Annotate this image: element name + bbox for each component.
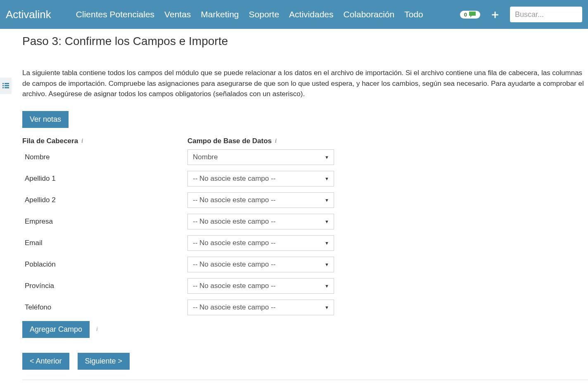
field-row: Email-- No asocie este campo --▼: [22, 235, 588, 251]
info-icon[interactable]: i: [96, 326, 98, 333]
select-wrap: -- No asocie este campo --▼: [187, 192, 334, 208]
search-input[interactable]: [510, 7, 582, 22]
nav-ventas[interactable]: Ventas: [164, 9, 191, 19]
field-label: Nombre: [22, 153, 187, 161]
select-wrap: -- No asocie este campo --▼: [187, 235, 334, 251]
select-wrap: -- No asocie este campo --▼: [187, 300, 334, 315]
intro-text: La siguiente tabla contiene todos los ca…: [22, 68, 588, 99]
info-icon[interactable]: i: [81, 138, 83, 144]
field-label: Apellido 2: [22, 196, 187, 204]
field-row: Apellido 2-- No asocie este campo --▼: [22, 192, 588, 208]
svg-rect-1: [5, 83, 9, 84]
nav-links: Clientes Potenciales Ventas Marketing So…: [76, 9, 460, 19]
field-label: Província: [22, 282, 187, 290]
chat-icon: [469, 12, 476, 17]
header-campo-bd-label: Campo de Base de Datos: [187, 137, 272, 145]
brand-logo[interactable]: Activalink: [6, 8, 51, 21]
svg-rect-4: [2, 87, 4, 88]
field-label: Empresa: [22, 217, 187, 226]
field-mapping-select[interactable]: -- No asocie este campo --: [187, 214, 334, 229]
siguiente-button[interactable]: Siguiente >: [78, 353, 130, 370]
svg-rect-0: [2, 83, 4, 84]
select-wrap: -- No asocie este campo --▼: [187, 214, 334, 229]
nav-marketing[interactable]: Marketing: [201, 9, 239, 19]
nav-todo[interactable]: Todo: [404, 9, 423, 19]
field-mapping-select[interactable]: -- No asocie este campo --: [187, 300, 334, 315]
select-wrap: -- No asocie este campo --▼: [187, 257, 334, 272]
field-mapping-select[interactable]: -- No asocie este campo --: [187, 192, 334, 208]
info-icon[interactable]: i: [275, 138, 277, 144]
select-wrap: -- No asocie este campo --▼: [187, 171, 334, 187]
svg-rect-3: [5, 85, 9, 86]
agregar-campo-button[interactable]: Agregar Campo: [22, 321, 90, 338]
select-wrap: -- No asocie este campo --▼: [187, 278, 334, 294]
header-campo-bd: Campo de Base de Datos i: [187, 137, 277, 145]
nav-buttons: < Anterior Siguiente >: [22, 353, 588, 370]
field-label: Población: [22, 260, 187, 269]
add-icon[interactable]: ＋: [489, 7, 501, 22]
nav-colaboracion[interactable]: Colaboración: [344, 9, 395, 19]
field-label: Teléfono: [22, 303, 187, 312]
field-mapping-select[interactable]: Nombre: [187, 149, 334, 165]
field-mapping-select[interactable]: -- No asocie este campo --: [187, 171, 334, 187]
anterior-button[interactable]: < Anterior: [22, 353, 69, 370]
page-title: Paso 3: Confirme los Campos e Importe: [22, 35, 588, 48]
select-wrap: Nombre▼: [187, 149, 334, 165]
notifications-count: 0: [464, 12, 467, 18]
field-row: Província-- No asocie este campo --▼: [22, 278, 588, 294]
top-navbar: Activalink Clientes Potenciales Ventas M…: [0, 0, 588, 29]
field-row: Teléfono-- No asocie este campo --▼: [22, 300, 588, 315]
svg-rect-2: [2, 85, 4, 86]
field-mapping-select[interactable]: -- No asocie este campo --: [187, 278, 334, 294]
main-content: Paso 3: Confirme los Campos e Importe La…: [0, 29, 588, 380]
field-mapping-select[interactable]: -- No asocie este campo --: [187, 235, 334, 251]
field-row: Empresa-- No asocie este campo --▼: [22, 214, 588, 229]
add-field-row: Agregar Campo i: [22, 321, 588, 338]
svg-rect-5: [5, 87, 9, 88]
field-row: Apellido 1-- No asocie este campo --▼: [22, 171, 588, 187]
notifications-badge[interactable]: 0: [460, 11, 480, 19]
header-fila-cabecera-label: Fila de Cabecera: [22, 137, 78, 145]
ver-notas-button[interactable]: Ver notas: [22, 111, 69, 128]
nav-actividades[interactable]: Actividades: [289, 9, 333, 19]
list-icon: [2, 83, 9, 89]
field-mapping-select[interactable]: -- No asocie este campo --: [187, 257, 334, 272]
divider: [22, 380, 588, 380]
sidebar-toggle[interactable]: [0, 78, 12, 94]
field-label: Apellido 1: [22, 175, 187, 183]
table-headers: Fila de Cabecera i Campo de Base de Dato…: [22, 137, 588, 145]
nav-clientes-potenciales[interactable]: Clientes Potenciales: [76, 9, 154, 19]
field-row: Población-- No asocie este campo --▼: [22, 257, 588, 272]
field-row: NombreNombre▼: [22, 149, 588, 165]
field-label: Email: [22, 239, 187, 247]
nav-right: 0 ＋: [460, 7, 582, 22]
nav-soporte[interactable]: Soporte: [249, 9, 280, 19]
header-fila-cabecera: Fila de Cabecera i: [22, 137, 187, 145]
